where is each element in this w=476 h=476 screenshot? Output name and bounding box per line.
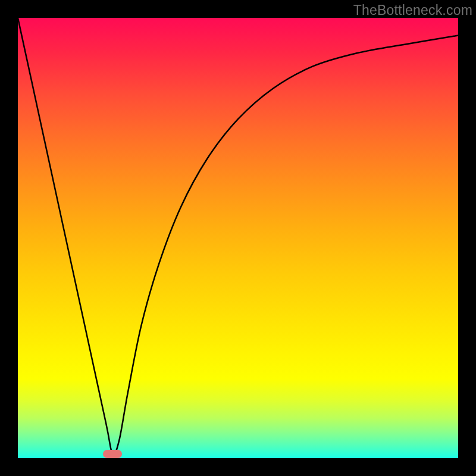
plot-area [18, 18, 458, 458]
curve-path [18, 18, 458, 455]
optimal-marker [103, 450, 122, 458]
bottleneck-curve [18, 18, 458, 458]
watermark-text: TheBottleneck.com [353, 2, 472, 18]
chart-frame: TheBottleneck.com [0, 0, 476, 476]
